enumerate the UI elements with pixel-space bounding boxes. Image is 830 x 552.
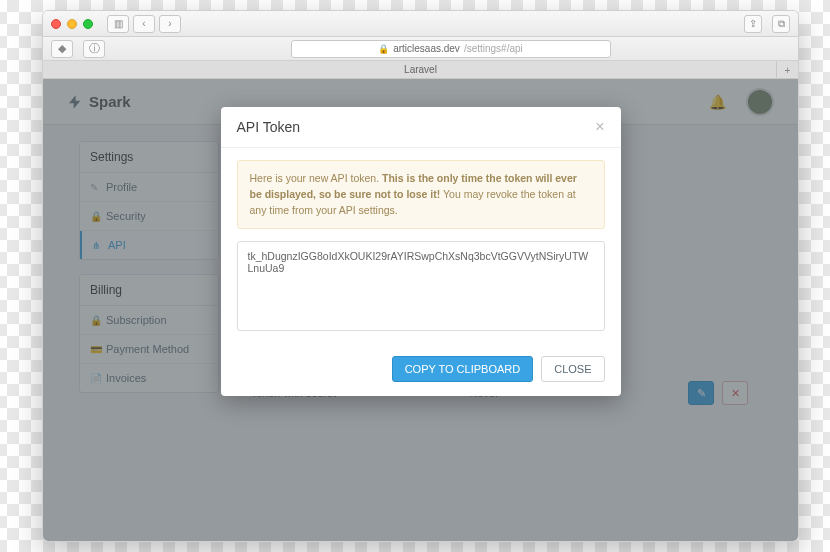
address-toolbar: ◆ ⓘ 🔒 articlesaas.dev/settings#/api (43, 37, 798, 61)
sidebar-toggle-icon[interactable]: ▥ (107, 15, 129, 33)
tab-title[interactable]: Laravel (404, 64, 437, 75)
new-tab-button[interactable]: + (776, 61, 798, 79)
browser-window: ▥ ‹ › ⇪ ⧉ ◆ ⓘ 🔒 articlesaas.dev/settings… (42, 10, 799, 542)
close-button[interactable]: CLOSE (541, 356, 604, 382)
close-icon[interactable]: × (595, 119, 604, 135)
modal-header: API Token × (221, 107, 621, 148)
token-textarea[interactable] (237, 241, 605, 331)
copy-button[interactable]: COPY TO CLIPBOARD (392, 356, 534, 382)
address-bar[interactable]: 🔒 articlesaas.dev/settings#/api (291, 40, 611, 58)
shield-icon[interactable]: ◆ (51, 40, 73, 58)
close-window-icon[interactable] (51, 19, 61, 29)
api-token-modal: API Token × Here is your new API token. … (221, 107, 621, 396)
alert-box: Here is your new API token. This is the … (237, 160, 605, 229)
modal-footer: COPY TO CLIPBOARD CLOSE (221, 346, 621, 396)
alert-prefix: Here is your new API token. (250, 172, 382, 184)
window-titlebar: ▥ ‹ › ⇪ ⧉ (43, 11, 798, 37)
back-button[interactable]: ‹ (133, 15, 155, 33)
modal-title: API Token (237, 119, 301, 135)
app-viewport: Spark 🔔 Settings ✎Profile 🔒Security ⋔API… (43, 79, 798, 542)
minimize-window-icon[interactable] (67, 19, 77, 29)
lock-icon: 🔒 (378, 44, 389, 54)
zoom-window-icon[interactable] (83, 19, 93, 29)
modal-body: Here is your new API token. This is the … (221, 148, 621, 346)
tab-strip: Laravel + (43, 61, 798, 79)
modal-overlay[interactable]: API Token × Here is your new API token. … (43, 79, 798, 542)
url-host: articlesaas.dev (393, 43, 460, 54)
tabs-icon[interactable]: ⧉ (772, 15, 790, 33)
forward-button[interactable]: › (159, 15, 181, 33)
share-icon[interactable]: ⇪ (744, 15, 762, 33)
url-path: /settings#/api (464, 43, 523, 54)
traffic-lights (51, 19, 93, 29)
reader-icon[interactable]: ⓘ (83, 40, 105, 58)
